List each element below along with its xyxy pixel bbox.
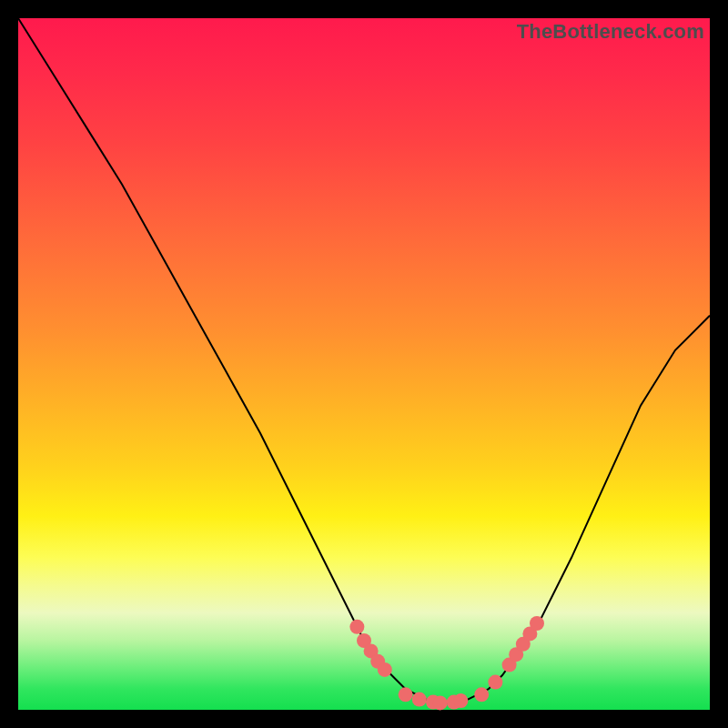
marker-group: [349, 616, 544, 710]
marker-dot: [378, 662, 392, 677]
chart-frame: TheBottleneck.com: [18, 18, 710, 710]
marker-dot: [453, 693, 468, 708]
bottleneck-curve: [18, 18, 710, 703]
chart-overlay: [18, 18, 710, 710]
marker-dot: [399, 687, 413, 702]
marker-dot: [530, 616, 544, 631]
marker-dot: [349, 620, 364, 634]
marker-dot: [488, 675, 502, 690]
marker-dot: [433, 695, 448, 710]
marker-dot: [474, 687, 489, 702]
marker-dot: [412, 693, 427, 707]
